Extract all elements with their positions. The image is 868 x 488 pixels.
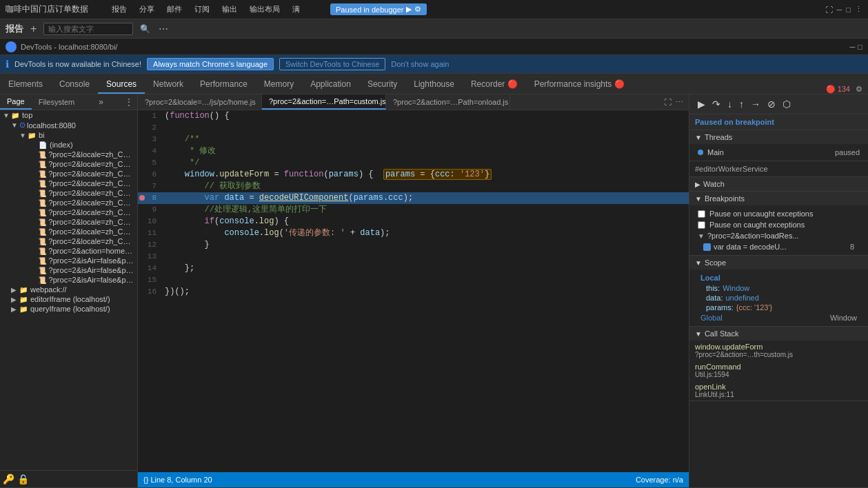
add-report-icon[interactable]: + bbox=[30, 23, 37, 35]
step-btn[interactable]: → bbox=[748, 97, 763, 111]
tree-item-file-8[interactable]: 📜 ?proc=2&locale=zh_CN&… bbox=[0, 188, 137, 198]
editor-expand-icon[interactable]: ⛶ bbox=[664, 98, 672, 107]
tab-memory[interactable]: Memory bbox=[256, 76, 302, 94]
threads-header[interactable]: ▼ Threads bbox=[689, 130, 868, 144]
subscribe-btn[interactable]: 订阅 bbox=[190, 3, 214, 16]
match-language-btn[interactable]: Always match Chrome's language bbox=[147, 58, 274, 70]
tree-item-file-17[interactable]: 📜 ?proc=2&isAir=false&pla… bbox=[0, 275, 137, 285]
export-btn[interactable]: 输出 bbox=[218, 3, 241, 16]
devtools-restore[interactable]: □ bbox=[858, 43, 862, 51]
reports-btn[interactable]: 报告 bbox=[108, 3, 131, 16]
pause-caught-checkbox[interactable] bbox=[698, 221, 705, 229]
gear-icon[interactable]: ⚙ bbox=[856, 85, 862, 94]
tree-item-file-11[interactable]: 📜 ?proc=2&locale=zh_CN&… bbox=[0, 217, 137, 227]
pause-uncaught-checkbox[interactable] bbox=[698, 210, 705, 218]
bp-line-code: var data = decodeU... bbox=[714, 243, 847, 251]
tree-item-file-7[interactable]: 📜 ?proc=2&locale=zh_CN&… bbox=[0, 179, 137, 188]
call-stack-content: window.updateForm ?proc=2&action=…th=cus… bbox=[689, 340, 868, 400]
tree-item-file-13[interactable]: 📜 ?proc=2&locale=zh_CN&… bbox=[0, 236, 137, 246]
sidebar-options-icon[interactable]: ⋮ bbox=[121, 94, 137, 110]
play-icon[interactable]: ▶ bbox=[406, 5, 412, 14]
watch-header[interactable]: ▶ Watch bbox=[689, 177, 868, 191]
tree-item-localhost[interactable]: ▼ ⊙ localhost:8080 bbox=[0, 120, 137, 130]
tab-console[interactable]: Console bbox=[51, 76, 98, 94]
tab-lighthouse[interactable]: Lighthouse bbox=[405, 76, 463, 94]
tree-item-file-15[interactable]: 📜 ?proc=2&isAir=false&pla… bbox=[0, 256, 137, 265]
tree-item-file-4[interactable]: 📜 ?proc=2&locale=zh_CN&… bbox=[0, 150, 137, 159]
sidebar: Page Filesystem » ⋮ ▼ 📁 top ▼ ⊙ localhos… bbox=[0, 94, 138, 487]
devtools-logo bbox=[6, 41, 17, 52]
stop-btn[interactable]: ⬡ bbox=[780, 97, 794, 111]
step-out-btn[interactable]: ↑ bbox=[736, 97, 747, 111]
step-into-btn[interactable]: ↓ bbox=[725, 97, 735, 111]
issues-count[interactable]: 🔴 134 bbox=[826, 85, 850, 94]
tree-item-queryiframe[interactable]: ▶ 📁 queryIframe (localhost/) bbox=[0, 304, 137, 314]
tab-application[interactable]: Application bbox=[302, 76, 359, 94]
tree-item-file-16[interactable]: 📜 ?proc=2&isAir=false&pla… bbox=[0, 265, 137, 275]
line-content-2 bbox=[162, 122, 689, 134]
js-file-icon-14: 📜 bbox=[38, 247, 47, 255]
bp-file-row[interactable]: ▼ ?proc=2&action=loadRes... bbox=[695, 230, 862, 241]
tree-item-file-9[interactable]: 📜 ?proc=2&locale=zh_CN&… bbox=[0, 198, 137, 207]
key-icon[interactable]: 🔑 bbox=[3, 474, 14, 485]
tree-item-index[interactable]: 📄 (index) bbox=[0, 140, 137, 150]
resume-btn[interactable]: ▶ bbox=[695, 97, 708, 111]
mail-btn[interactable]: 邮件 bbox=[163, 3, 186, 16]
scope-local-header[interactable]: Local bbox=[695, 272, 862, 283]
tree-item-editoriframe[interactable]: ▶ 📁 editorIframe (localhost/) bbox=[0, 294, 137, 304]
main-content: Page Filesystem » ⋮ ▼ 📁 top ▼ ⊙ localhos… bbox=[0, 94, 868, 487]
tree-item-top[interactable]: ▼ 📁 top bbox=[0, 110, 137, 120]
code-content[interactable]: 1 (function() { 2 3 /** 4 * 修改 5 bbox=[138, 110, 689, 472]
scope-global-row[interactable]: Global Window bbox=[695, 312, 862, 323]
full-btn[interactable]: 满 bbox=[288, 3, 304, 16]
tree-item-file-14[interactable]: 📜 ?proc=2&action=homeLc… bbox=[0, 246, 137, 256]
tab-security[interactable]: Security bbox=[359, 76, 405, 94]
editor-tab-onload[interactable]: ?proc=2&action=…Path=onload.js bbox=[386, 95, 510, 109]
tab-perf-insights[interactable]: Performance insights 🔴 bbox=[526, 76, 633, 94]
cs-item-0[interactable]: window.updateForm ?proc=2&action=…th=cus… bbox=[689, 340, 868, 360]
deactivate-btn[interactable]: ⊘ bbox=[765, 97, 778, 111]
lock-icon[interactable]: 🔒 bbox=[17, 474, 29, 485]
share-btn[interactable]: 分享 bbox=[135, 3, 159, 16]
settings-icon[interactable]: ⚙ bbox=[414, 5, 421, 14]
bp-line-row: var data = decodeU... 8 bbox=[695, 241, 862, 252]
tree-item-webpack[interactable]: ▶ 📁 webpack:// bbox=[0, 285, 137, 294]
call-stack-arrow: ▼ bbox=[695, 330, 702, 338]
editor-more-icon[interactable]: ⋯ bbox=[676, 98, 683, 107]
minimize-icon[interactable]: ─ bbox=[837, 5, 842, 14]
call-stack-header[interactable]: ▼ Call Stack bbox=[689, 327, 868, 340]
devtools-minimize[interactable]: ─ bbox=[850, 43, 856, 51]
sidebar-more-icon[interactable]: » bbox=[94, 94, 108, 110]
restore-icon[interactable]: □ bbox=[846, 5, 851, 14]
cs-item-2[interactable]: openLink LinkUtil.js:11 bbox=[689, 380, 868, 400]
tree-item-file-5[interactable]: 📜 ?proc=2&locale=zh_CN&… bbox=[0, 159, 137, 169]
dont-show-btn[interactable]: Don't show again bbox=[391, 60, 449, 68]
bp-line-num: 8 bbox=[850, 243, 854, 251]
bp-line-checkbox[interactable] bbox=[703, 243, 711, 251]
more-icon[interactable]: ⋮ bbox=[855, 5, 862, 14]
tab-sources[interactable]: Sources bbox=[98, 76, 145, 94]
export-layout-btn[interactable]: 输出布局 bbox=[245, 3, 284, 16]
tree-item-file-12[interactable]: 📜 ?proc=2&locale=zh_CN&… bbox=[0, 227, 137, 236]
tree-item-bi[interactable]: ▼ 📁 bi bbox=[0, 130, 137, 140]
line-num-9: 9 bbox=[138, 204, 162, 216]
sidebar-tab-page[interactable]: Page bbox=[0, 94, 32, 110]
cs-item-1[interactable]: runCommand Util.js:1594 bbox=[689, 360, 868, 380]
maximize-icon[interactable]: ⛶ bbox=[825, 5, 833, 14]
sidebar-tab-filesystem[interactable]: Filesystem bbox=[32, 95, 82, 109]
tree-item-file-6[interactable]: 📜 ?proc=2&locale=zh_CN&… bbox=[0, 169, 137, 179]
reports-search-input[interactable] bbox=[43, 23, 133, 35]
scope-header[interactable]: ▼ Scope bbox=[689, 256, 868, 270]
step-over-btn[interactable]: ↷ bbox=[709, 97, 723, 111]
breakpoints-header[interactable]: ▼ Breakpoints bbox=[689, 192, 868, 205]
editor-tab-home[interactable]: ?proc=2&locale=…/js/pc/home.js bbox=[138, 95, 262, 109]
tab-performance[interactable]: Performance bbox=[192, 76, 256, 94]
switch-chinese-btn[interactable]: Switch DevTools to Chinese bbox=[279, 58, 385, 70]
tab-network[interactable]: Network bbox=[145, 76, 192, 94]
tree-item-file-10[interactable]: 📜 ?proc=2&locale=zh_CN&… bbox=[0, 207, 137, 217]
editor-tab-custom[interactable]: ?proc=2&action=…Path=custom.js ✕ bbox=[262, 94, 386, 110]
tab-recorder[interactable]: Recorder 🔴 bbox=[463, 76, 526, 94]
line-content-6: window.updateForm = function(params) { p… bbox=[162, 169, 689, 181]
reports-more-icon[interactable]: ⋯ bbox=[159, 23, 168, 34]
tab-elements[interactable]: Elements bbox=[0, 76, 51, 94]
